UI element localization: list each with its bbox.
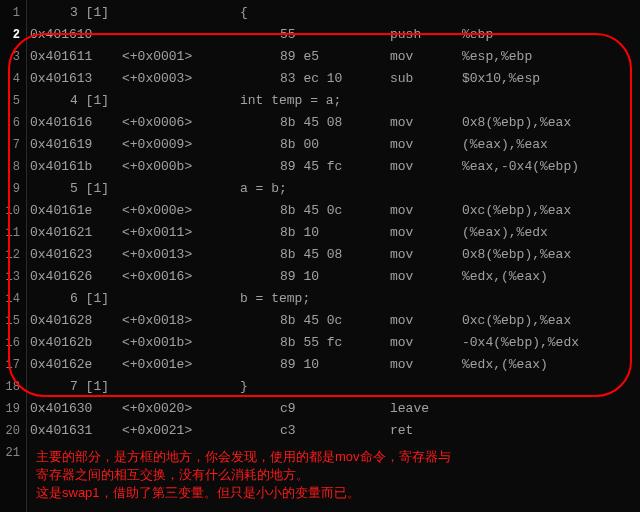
- line-number: 20: [0, 420, 20, 442]
- source-code: {: [240, 2, 248, 24]
- address: 0x401630: [30, 398, 92, 420]
- offset: <+0x0020>: [122, 398, 192, 420]
- source-section: 3 [1]: [70, 2, 109, 24]
- hex-bytes: c9: [280, 398, 296, 420]
- hex-bytes: c3: [280, 420, 296, 442]
- annotation-line-1: 主要的部分，是方框的地方，你会发现，使用的都是mov命令，寄存器与: [36, 448, 451, 466]
- line-number: 21: [0, 442, 20, 464]
- editor: 123456789101112131415161718192021 3 [1]{…: [0, 0, 640, 512]
- line-number: 2: [0, 24, 20, 46]
- mnemonic: leave: [390, 398, 429, 420]
- offset: <+0x0021>: [122, 420, 192, 442]
- annotation-line-2: 寄存器之间的相互交换，没有什么消耗的地方。: [36, 466, 309, 484]
- line-number: 1: [0, 2, 20, 24]
- highlight-box: [8, 33, 632, 397]
- mnemonic: ret: [390, 420, 413, 442]
- address: 0x401631: [30, 420, 92, 442]
- line-number: 19: [0, 398, 20, 420]
- annotation-line-3: 这是swap1，借助了第三变量。但只是小小的变量而已。: [36, 484, 360, 502]
